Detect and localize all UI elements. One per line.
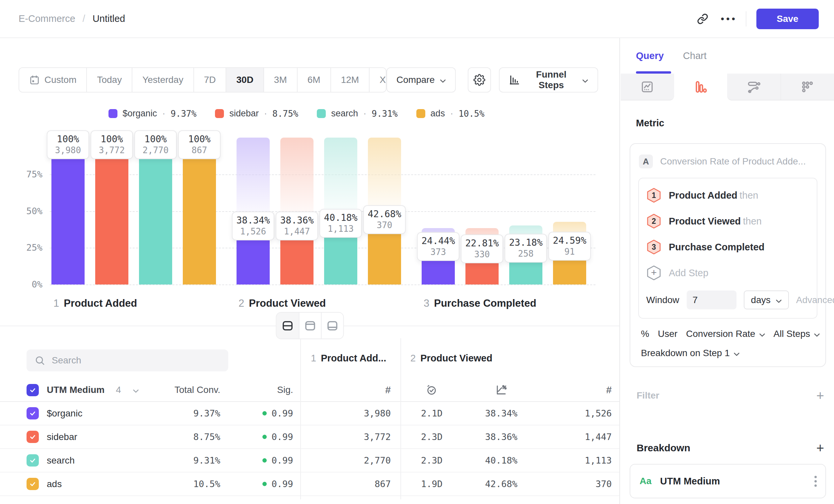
- funnel-step-label-2: 2Product Viewed: [239, 297, 326, 310]
- date-range-custom[interactable]: Custom: [19, 68, 86, 92]
- add-filter-button[interactable]: +: [816, 389, 824, 402]
- row-name: sidebar: [47, 432, 77, 442]
- breadcrumb-separator: /: [83, 13, 85, 24]
- chart-only-view-button[interactable]: [299, 313, 321, 339]
- top-bar: E-Commerce / Untitled ••• Save: [0, 0, 834, 38]
- funnel-bar-organic-step1[interactable]: [51, 138, 85, 284]
- chart-settings-button[interactable]: [468, 67, 491, 92]
- metric-step-2[interactable]: 2Product Viewed then: [639, 208, 817, 233]
- legend-item-sidebar[interactable]: sidebar·8.75%: [215, 109, 298, 119]
- bar-value-label: 42.68%370: [363, 205, 406, 234]
- row-checkbox[interactable]: [26, 454, 39, 466]
- bar-value-label: 100%867: [178, 130, 221, 159]
- table-only-view-button[interactable]: [321, 313, 343, 339]
- row-added-count: 867: [300, 479, 400, 489]
- select-all-checkbox[interactable]: [26, 384, 39, 396]
- table-row-sidebar[interactable]: sidebar8.75%0.993,7722.3D38.36%1,447: [0, 426, 619, 449]
- active-tab-underline: [636, 71, 671, 74]
- conversion-column-icon[interactable]: [464, 384, 539, 396]
- range-label: 30D: [236, 75, 253, 85]
- chart-type-tab-retention[interactable]: [781, 74, 834, 100]
- search-input[interactable]: [52, 355, 220, 366]
- date-range-xtd[interactable]: XTD: [369, 68, 387, 92]
- legend-value: 10.5%: [459, 109, 484, 119]
- legend-item-organic[interactable]: $organic·9.37%: [108, 109, 197, 119]
- table-row-search[interactable]: search9.31%0.992,7702.3D40.18%1,113: [0, 449, 619, 473]
- steps-scope-select[interactable]: All Steps: [774, 328, 820, 339]
- sig-header[interactable]: Sig.: [220, 385, 293, 395]
- legend-item-ads[interactable]: ads·10.5%: [416, 109, 485, 119]
- date-range-12m[interactable]: 12M: [330, 68, 369, 92]
- row-sig: 0.99: [220, 479, 293, 489]
- metric-type-select[interactable]: Conversion Rate: [686, 328, 765, 339]
- chevron-down-icon: [814, 328, 820, 339]
- row-sig: 0.99: [220, 455, 293, 465]
- compare-button[interactable]: Compare: [387, 67, 456, 92]
- group-by-label[interactable]: UTM Medium: [47, 385, 105, 395]
- save-button[interactable]: Save: [756, 8, 819, 29]
- query-panel: QueryChart Metric A Conversion Rate of P…: [621, 38, 834, 504]
- chart-type-tab-flow[interactable]: [727, 74, 781, 100]
- add-step-button[interactable]: + Add Step: [639, 259, 817, 285]
- split-view-button[interactable]: [276, 313, 299, 339]
- series-badge: A: [639, 155, 653, 168]
- chevron-down-icon[interactable]: [133, 385, 139, 395]
- range-label: 3M: [274, 75, 287, 85]
- funnel-bar-search-step1[interactable]: [139, 138, 172, 284]
- series-title: Conversion Rate of Product Adde...: [660, 156, 806, 167]
- row-total-conv: 8.75%: [159, 432, 220, 442]
- kebab-menu-icon[interactable]: [814, 476, 817, 487]
- date-range-today[interactable]: Today: [86, 68, 132, 92]
- date-range-30d[interactable]: 30D: [225, 68, 263, 92]
- date-range-yesterday[interactable]: Yesterday: [132, 68, 193, 92]
- table-search[interactable]: [26, 349, 228, 371]
- date-range-6m[interactable]: 6M: [297, 68, 330, 92]
- chart-type-tab-trend[interactable]: [621, 74, 674, 100]
- range-label: Custom: [44, 75, 76, 85]
- count-column-icon[interactable]: #: [606, 384, 612, 395]
- chart-type-tab-funnel[interactable]: [674, 74, 727, 100]
- advanced-toggle[interactable]: Advanced: [796, 295, 834, 305]
- table-row-ads[interactable]: ads10.5%0.998671.9D42.68%370: [0, 473, 619, 496]
- row-total-conv: 10.5%: [159, 479, 220, 489]
- row-added-count: 2,770: [300, 455, 400, 465]
- entity-label[interactable]: User: [658, 328, 677, 339]
- window-unit-select[interactable]: days: [744, 291, 789, 310]
- row-checkbox[interactable]: [26, 407, 39, 419]
- bar-value-label: 23.18%258: [505, 234, 547, 262]
- more-menu-button[interactable]: •••: [721, 13, 737, 25]
- date-range-3m[interactable]: 3M: [263, 68, 297, 92]
- metric-step-1[interactable]: 1Product Added then: [639, 182, 817, 208]
- add-breakdown-button[interactable]: +: [816, 441, 824, 455]
- breakdown-item[interactable]: Aa UTM Medium: [630, 464, 826, 498]
- date-range-7d[interactable]: 7D: [193, 68, 226, 92]
- copy-link-button[interactable]: [692, 8, 713, 29]
- panel-tab-chart[interactable]: Chart: [683, 50, 707, 61]
- layout-toggle: [276, 312, 344, 339]
- step-connector: then: [743, 216, 761, 227]
- panel-tab-query[interactable]: Query: [636, 50, 664, 61]
- row-checkbox[interactable]: [26, 431, 39, 443]
- bar-value-label: 100%3,980: [47, 130, 89, 159]
- legend-item-search[interactable]: search·9.31%: [317, 109, 397, 119]
- avg-time-column-icon[interactable]: [400, 384, 464, 396]
- count-column-icon[interactable]: #: [385, 384, 391, 395]
- breakdown-label: Breakdown: [637, 442, 690, 454]
- chevron-down-icon: [776, 295, 782, 305]
- funnel-bar-sidebar-step1[interactable]: [95, 138, 128, 284]
- bar-value-label: 38.36%1,447: [276, 211, 318, 240]
- total-conv-header[interactable]: Total Conv.: [159, 385, 220, 395]
- chart-view-select[interactable]: Funnel Steps: [499, 67, 598, 92]
- window-value-input[interactable]: [687, 291, 737, 310]
- step-number: 1: [311, 353, 316, 364]
- breadcrumb-current[interactable]: Untitled: [92, 13, 125, 24]
- breadcrumb-parent[interactable]: E-Commerce: [19, 13, 75, 24]
- percent-symbol: %: [641, 328, 649, 339]
- row-checkbox[interactable]: [26, 478, 39, 490]
- retention-chart-icon: [800, 79, 815, 94]
- table-row-organic[interactable]: $organic9.37%0.993,9802.1D38.34%1,526: [0, 402, 619, 426]
- metric-step-3[interactable]: 3Purchase Completed: [639, 233, 817, 259]
- funnel-bar-ads-step1[interactable]: [183, 138, 216, 284]
- breakdown-on-step-select[interactable]: Breakdown on Step 1: [641, 348, 817, 359]
- metric-series-row[interactable]: A Conversion Rate of Product Adde...: [638, 153, 817, 168]
